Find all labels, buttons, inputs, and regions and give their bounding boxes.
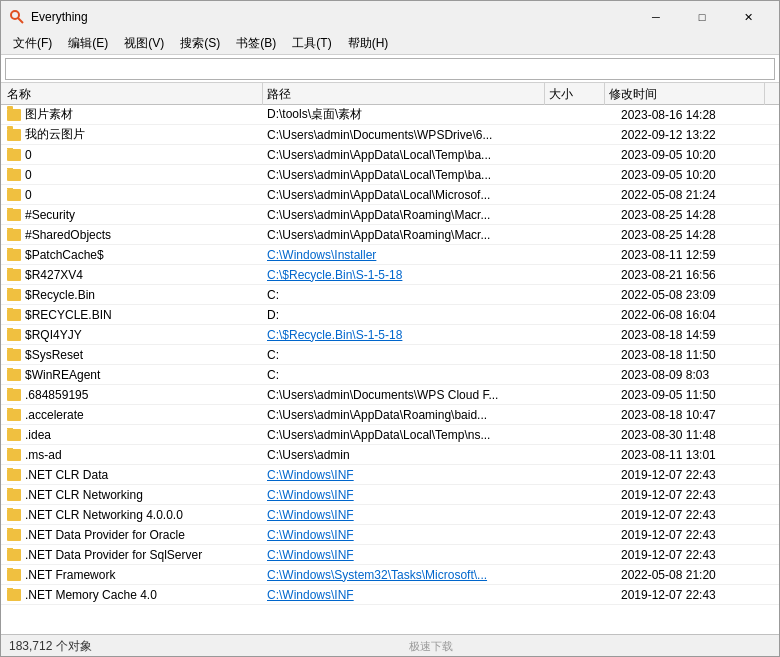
- file-path-link[interactable]: C:\Windows\INF: [267, 468, 354, 482]
- file-path-cell: C:: [263, 348, 557, 362]
- menu-item-搜索s[interactable]: 搜索(S): [172, 34, 228, 54]
- file-modified-cell: 2023-08-18 14:59: [617, 328, 777, 342]
- file-path-link[interactable]: C:\Windows\INF: [267, 548, 354, 562]
- file-path-cell: C:\Windows\INF: [263, 508, 557, 522]
- table-row[interactable]: .ms-adC:\Users\admin2023-08-11 13:01: [1, 445, 779, 465]
- col-header-path[interactable]: 路径: [263, 83, 545, 105]
- table-row[interactable]: .NET Memory Cache 4.0C:\Windows\INF2019-…: [1, 585, 779, 605]
- file-name-text: 0: [25, 148, 32, 162]
- minimize-button[interactable]: ─: [633, 1, 679, 33]
- file-name-text: $Recycle.Bin: [25, 288, 95, 302]
- menu-item-工具t[interactable]: 工具(T): [284, 34, 339, 54]
- file-name-text: .NET CLR Networking 4.0.0.0: [25, 508, 183, 522]
- file-name-text: .NET Data Provider for Oracle: [25, 528, 185, 542]
- table-row[interactable]: 0C:\Users\admin\AppData\Local\Microsof..…: [1, 185, 779, 205]
- file-name-cell: 图片素材: [3, 106, 263, 123]
- file-name-cell: .NET CLR Data: [3, 468, 263, 482]
- folder-icon: [7, 289, 21, 301]
- file-path-link[interactable]: C:\Windows\INF: [267, 488, 354, 502]
- file-modified-cell: 2019-12-07 22:43: [617, 508, 777, 522]
- file-modified-cell: 2023-08-18 11:50: [617, 348, 777, 362]
- table-row[interactable]: 0C:\Users\admin\AppData\Local\Temp\ba...…: [1, 145, 779, 165]
- file-name-cell: 0: [3, 148, 263, 162]
- table-row[interactable]: $PatchCache$C:\Windows\Installer2023-08-…: [1, 245, 779, 265]
- menu-item-书签b[interactable]: 书签(B): [228, 34, 284, 54]
- menu-item-帮助h[interactable]: 帮助(H): [340, 34, 397, 54]
- file-path-cell: C:\$Recycle.Bin\S-1-5-18: [263, 268, 557, 282]
- file-name-text: .idea: [25, 428, 51, 442]
- table-row[interactable]: .NET FrameworkC:\Windows\System32\Tasks\…: [1, 565, 779, 585]
- file-modified-cell: 2023-08-25 14:28: [617, 208, 777, 222]
- folder-icon: [7, 209, 21, 221]
- file-path-cell: C:\Users\admin\AppData\Local\Temp\ba...: [263, 148, 557, 162]
- file-name-cell: 0: [3, 168, 263, 182]
- table-row[interactable]: $R427XV4C:\$Recycle.Bin\S-1-5-182023-08-…: [1, 265, 779, 285]
- file-path-cell: C:: [263, 368, 557, 382]
- table-row[interactable]: $RECYCLE.BIND:2022-06-08 16:04: [1, 305, 779, 325]
- table-row[interactable]: .ideaC:\Users\admin\AppData\Local\Temp\n…: [1, 425, 779, 445]
- table-row[interactable]: $RQI4YJYC:\$Recycle.Bin\S-1-5-182023-08-…: [1, 325, 779, 345]
- table-row[interactable]: .NET Data Provider for SqlServerC:\Windo…: [1, 545, 779, 565]
- table-row[interactable]: #SharedObjectsC:\Users\admin\AppData\Roa…: [1, 225, 779, 245]
- table-row[interactable]: $SysResetC:2023-08-18 11:50: [1, 345, 779, 365]
- folder-icon: [7, 469, 21, 481]
- folder-icon: [7, 309, 21, 321]
- file-modified-cell: 2022-05-08 23:09: [617, 288, 777, 302]
- table-row[interactable]: 0C:\Users\admin\AppData\Local\Temp\ba...…: [1, 165, 779, 185]
- file-path-link[interactable]: C:\$Recycle.Bin\S-1-5-18: [267, 328, 402, 342]
- file-name-cell: 我的云图片: [3, 126, 263, 143]
- table-row[interactable]: .684859195C:\Users\admin\Documents\WPS C…: [1, 385, 779, 405]
- table-row[interactable]: .NET Data Provider for OracleC:\Windows\…: [1, 525, 779, 545]
- file-path-link[interactable]: C:\Windows\INF: [267, 508, 354, 522]
- file-name-cell: $RECYCLE.BIN: [3, 308, 263, 322]
- watermark: 极速下载: [409, 639, 453, 654]
- file-modified-cell: 2023-08-30 11:48: [617, 428, 777, 442]
- table-row[interactable]: .NET CLR Networking 4.0.0.0C:\Windows\IN…: [1, 505, 779, 525]
- file-path-link[interactable]: C:\$Recycle.Bin\S-1-5-18: [267, 268, 402, 282]
- file-name-cell: .NET Data Provider for SqlServer: [3, 548, 263, 562]
- file-name-cell: .accelerate: [3, 408, 263, 422]
- file-name-cell: .NET Memory Cache 4.0: [3, 588, 263, 602]
- table-row[interactable]: .NET CLR NetworkingC:\Windows\INF2019-12…: [1, 485, 779, 505]
- file-name-cell: .idea: [3, 428, 263, 442]
- file-path-link[interactable]: C:\Windows\INF: [267, 588, 354, 602]
- status-count: 183,712 个对象: [9, 638, 92, 655]
- file-modified-cell: 2019-12-07 22:43: [617, 488, 777, 502]
- folder-icon: [7, 149, 21, 161]
- folder-icon: [7, 349, 21, 361]
- table-row[interactable]: #SecurityC:\Users\admin\AppData\Roaming\…: [1, 205, 779, 225]
- col-header-modified[interactable]: 修改时间: [605, 83, 765, 105]
- table-row[interactable]: .accelerateC:\Users\admin\AppData\Roamin…: [1, 405, 779, 425]
- close-button[interactable]: ✕: [725, 1, 771, 33]
- table-row[interactable]: 图片素材D:\tools\桌面\素材2023-08-16 14:28: [1, 105, 779, 125]
- file-modified-cell: 2023-08-11 12:59: [617, 248, 777, 262]
- file-path-link[interactable]: C:\Windows\INF: [267, 528, 354, 542]
- menu-item-视图v[interactable]: 视图(V): [116, 34, 172, 54]
- file-path-cell: C:\Users\admin\AppData\Roaming\baid...: [263, 408, 557, 422]
- folder-icon: [7, 329, 21, 341]
- file-name-cell: $PatchCache$: [3, 248, 263, 262]
- folder-icon: [7, 109, 21, 121]
- file-modified-cell: 2023-09-05 10:20: [617, 168, 777, 182]
- menu-item-编辑e[interactable]: 编辑(E): [60, 34, 116, 54]
- table-row[interactable]: $WinREAgentC:2023-08-09 8:03: [1, 365, 779, 385]
- folder-icon: [7, 569, 21, 581]
- file-name-text: .ms-ad: [25, 448, 62, 462]
- file-path-link[interactable]: C:\Windows\Installer: [267, 248, 376, 262]
- file-path-link[interactable]: C:\Windows\System32\Tasks\Microsoft\...: [267, 568, 487, 582]
- col-header-name[interactable]: 名称: [3, 83, 263, 105]
- file-name-text: 我的云图片: [25, 126, 85, 143]
- menu-item-文件f[interactable]: 文件(F): [5, 34, 60, 54]
- folder-icon: [7, 129, 21, 141]
- file-path-cell: C:\Users\admin\AppData\Roaming\Macr...: [263, 208, 557, 222]
- file-modified-cell: 2019-12-07 22:43: [617, 548, 777, 562]
- file-name-cell: $Recycle.Bin: [3, 288, 263, 302]
- maximize-button[interactable]: □: [679, 1, 725, 33]
- file-modified-cell: 2023-08-18 10:47: [617, 408, 777, 422]
- table-row[interactable]: .NET CLR DataC:\Windows\INF2019-12-07 22…: [1, 465, 779, 485]
- col-header-size[interactable]: 大小: [545, 83, 605, 105]
- search-input[interactable]: [5, 58, 775, 80]
- table-row[interactable]: 我的云图片C:\Users\admin\Documents\WPSDrive\6…: [1, 125, 779, 145]
- file-modified-cell: 2023-08-21 16:56: [617, 268, 777, 282]
- table-row[interactable]: $Recycle.BinC:2022-05-08 23:09: [1, 285, 779, 305]
